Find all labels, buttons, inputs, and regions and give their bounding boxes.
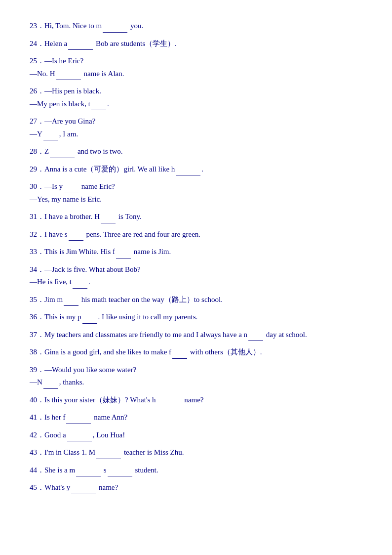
exercise-line: —Y, I am. xyxy=(30,128,362,141)
exercise-line: 28．Z and two is two. xyxy=(30,145,362,158)
blank-31 xyxy=(101,223,116,223)
exercise-line: —N, thanks. xyxy=(30,376,362,389)
exercise-line: 23．Hi, Tom. Nice to m you. xyxy=(30,20,362,33)
exercise-item-33: 33．This is Jim White. His f name is Jim. xyxy=(30,246,362,258)
exercise-line: 41．Is her f name Ann? xyxy=(30,411,362,424)
exercise-line: 44．She is a m s student. xyxy=(30,464,362,477)
exercise-item-37: 37．My teachers and classmates are friend… xyxy=(30,329,362,342)
blank-45 xyxy=(71,494,96,494)
exercise-item-32: 32．I have s pens. Three are red and four… xyxy=(30,228,362,241)
exercise-line: 25．—Is he Eric? xyxy=(30,55,362,68)
exercise-item-23: 23．Hi, Tom. Nice to m you. xyxy=(30,20,362,33)
exercise-line: —He is five, t. xyxy=(30,276,362,289)
exercise-item-40: 40．Is this your sister（妹妹）? What's h nam… xyxy=(30,394,362,407)
exercise-item-29: 29．Anna is a cute（可爱的）girl. We all like … xyxy=(30,163,362,176)
blank-27 xyxy=(43,140,58,140)
exercise-item-45: 45．What's y name? xyxy=(30,481,362,494)
exercise-item-39: 39．—Would you like some water? —N, thank… xyxy=(30,364,362,389)
exercise-item-41: 41．Is her f name Ann? xyxy=(30,411,362,424)
blank-42 xyxy=(67,441,92,441)
exercise-item-24: 24．Helen a Bob are students（学生）. xyxy=(30,38,362,50)
exercise-item-44: 44．She is a m s student. xyxy=(30,464,362,477)
blank-33 xyxy=(116,258,131,258)
exercise-line: 45．What's y name? xyxy=(30,481,362,494)
exercise-line: 29．Anna is a cute（可爱的）girl. We all like … xyxy=(30,163,362,176)
exercise-line: 30．—Is y name Eric? xyxy=(30,180,362,193)
exercise-line: 32．I have s pens. Three are red and four… xyxy=(30,228,362,241)
blank-34 xyxy=(73,288,87,289)
exercise-line: 43．I'm in Class 1. M teacher is Miss Zhu… xyxy=(30,446,362,459)
exercise-line: —My pen is black, t. xyxy=(30,98,362,111)
exercise-item-31: 31．I have a brother. H is Tony. xyxy=(30,211,362,223)
exercise-item-34: 34．—Jack is five. What about Bob? —He is… xyxy=(30,263,362,289)
exercise-item-27: 27．—Are you Gina? —Y, I am. xyxy=(30,115,362,140)
exercise-line: 42．Good a, Lou Hua! xyxy=(30,429,362,442)
exercise-line: 33．This is Jim White. His f name is Jim. xyxy=(30,246,362,258)
exercise-line: —No. H name is Alan. xyxy=(30,68,362,81)
exercise-line: 34．—Jack is five. What about Bob? xyxy=(30,263,362,276)
exercise-line: 27．—Are you Gina? xyxy=(30,115,362,128)
blank-23 xyxy=(103,32,127,33)
blank-35 xyxy=(64,305,78,306)
blank-39 xyxy=(43,388,58,389)
exercise-line: —Yes, my name is Eric. xyxy=(30,193,362,206)
exercise-item-42: 42．Good a, Lou Hua! xyxy=(30,429,362,442)
blank-44a xyxy=(76,476,101,476)
blank-29 xyxy=(176,175,200,175)
blank-28 xyxy=(50,158,75,158)
blank-25 xyxy=(56,80,81,80)
blank-43 xyxy=(96,459,121,459)
exercise-item-28: 28．Z and two is two. xyxy=(30,145,362,158)
exercise-item-26: 26．—His pen is black. —My pen is black, … xyxy=(30,85,362,110)
exercise-item-35: 35．Jim m his math teacher on the way（路上）… xyxy=(30,294,362,306)
exercise-list: 23．Hi, Tom. Nice to m you. 24．Helen a Bo… xyxy=(30,20,362,494)
exercise-line: 35．Jim m his math teacher on the way（路上）… xyxy=(30,294,362,306)
exercise-line: 26．—His pen is black. xyxy=(30,85,362,98)
blank-37 xyxy=(248,341,263,341)
exercise-line: 37．My teachers and classmates are friend… xyxy=(30,329,362,342)
exercise-item-30: 30．—Is y name Eric? —Yes, my name is Eri… xyxy=(30,180,362,206)
exercise-line: 31．I have a brother. H is Tony. xyxy=(30,211,362,223)
exercise-line: 40．Is this your sister（妹妹）? What's h nam… xyxy=(30,394,362,407)
exercise-item-36: 36．This is my p. I like using it to call… xyxy=(30,311,362,324)
exercise-item-25: 25．—Is he Eric? —No. H name is Alan. xyxy=(30,55,362,80)
exercise-line: 36．This is my p. I like using it to call… xyxy=(30,311,362,324)
blank-36 xyxy=(82,323,97,324)
exercise-item-38: 38．Gina is a good girl, and she likes to… xyxy=(30,346,362,359)
blank-44b xyxy=(108,476,132,476)
blank-40 xyxy=(157,406,182,406)
blank-24 xyxy=(68,49,93,50)
exercise-item-43: 43．I'm in Class 1. M teacher is Miss Zhu… xyxy=(30,446,362,459)
blank-32 xyxy=(69,240,83,241)
blank-38 xyxy=(172,358,187,359)
blank-26 xyxy=(91,110,106,110)
blank-41 xyxy=(66,424,91,424)
exercise-line: 24．Helen a Bob are students（学生）. xyxy=(30,38,362,50)
exercise-line: 38．Gina is a good girl, and she likes to… xyxy=(30,346,362,359)
exercise-line: 39．—Would you like some water? xyxy=(30,364,362,377)
